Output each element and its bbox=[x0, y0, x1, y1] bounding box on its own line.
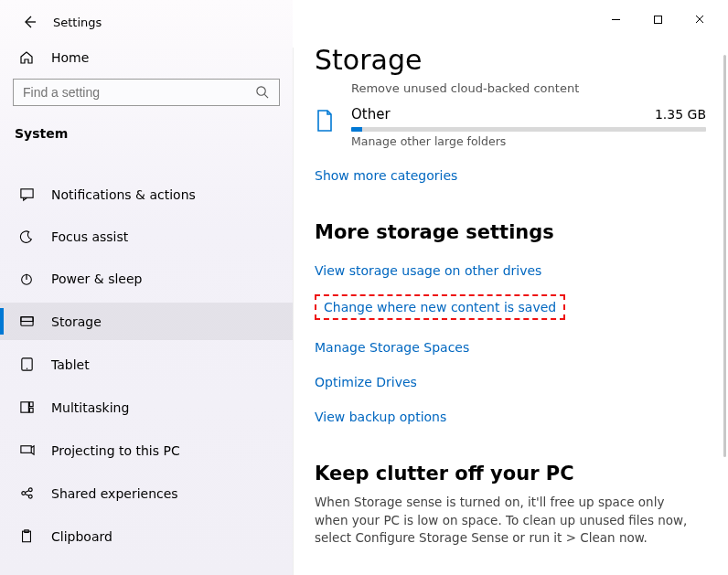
svg-rect-9 bbox=[29, 408, 33, 412]
link-storage-usage[interactable]: View storage usage on other drives bbox=[315, 263, 706, 278]
other-size: 1.35 GB bbox=[655, 107, 706, 122]
search-icon bbox=[255, 85, 270, 100]
message-icon bbox=[18, 186, 35, 202]
svg-point-6 bbox=[26, 367, 27, 369]
nav-shared-experiences[interactable]: Shared experiences bbox=[0, 474, 293, 512]
nav-label: Storage bbox=[51, 314, 102, 329]
cloud-content-desc: Remove unused cloud-backed content bbox=[351, 81, 706, 95]
search-box[interactable] bbox=[13, 79, 280, 106]
nav-clipboard[interactable]: Clipboard bbox=[0, 517, 293, 555]
svg-point-0 bbox=[257, 87, 265, 95]
link-change-save-location[interactable]: Change where new content is saved bbox=[324, 300, 556, 314]
folder-icon bbox=[315, 108, 335, 133]
search-input[interactable] bbox=[23, 85, 255, 100]
nav-label: Clipboard bbox=[51, 529, 112, 544]
svg-rect-1 bbox=[20, 189, 32, 197]
annotation-highlight: Change where new content is saved bbox=[315, 294, 565, 320]
nav-storage[interactable]: Storage bbox=[0, 303, 293, 340]
nav-label: Tablet bbox=[51, 357, 90, 372]
nav-group-system: System bbox=[0, 113, 293, 148]
maximize-button[interactable] bbox=[637, 5, 679, 33]
home-icon bbox=[18, 49, 35, 66]
show-more-categories-link[interactable]: Show more categories bbox=[315, 168, 457, 183]
svg-rect-8 bbox=[29, 402, 33, 407]
minimize-button[interactable] bbox=[594, 5, 637, 33]
tablet-icon bbox=[18, 357, 35, 372]
nav-label: Shared experiences bbox=[51, 486, 178, 501]
svg-point-12 bbox=[28, 488, 32, 492]
svg-rect-4 bbox=[20, 317, 32, 322]
storage-icon bbox=[18, 314, 35, 329]
sidebar: Settings Home System Notifications & act… bbox=[0, 0, 293, 575]
more-storage-heading: More storage settings bbox=[315, 221, 706, 243]
scrollbar[interactable] bbox=[723, 55, 726, 457]
clutter-heading: Keep clutter off your PC bbox=[315, 463, 706, 484]
nav-label: Power & sleep bbox=[51, 272, 142, 286]
main-panel: Storage Remove unused cloud-backed conte… bbox=[293, 0, 728, 575]
svg-rect-10 bbox=[20, 446, 30, 453]
usage-bar bbox=[351, 127, 706, 132]
nav-focus-assist[interactable]: Focus assist bbox=[0, 218, 293, 255]
nav-power-sleep[interactable]: Power & sleep bbox=[0, 261, 293, 297]
nav-tablet[interactable]: Tablet bbox=[0, 346, 293, 383]
other-label: Other bbox=[351, 106, 391, 122]
nav-multitasking[interactable]: Multitasking bbox=[0, 389, 293, 426]
share-icon bbox=[18, 485, 35, 501]
svg-rect-16 bbox=[654, 16, 661, 23]
link-backup-options[interactable]: View backup options bbox=[315, 410, 706, 424]
nav-notifications[interactable]: Notifications & actions bbox=[0, 176, 293, 213]
home-label: Home bbox=[51, 50, 89, 65]
link-optimize-drives[interactable]: Optimize Drives bbox=[315, 375, 706, 389]
close-button[interactable] bbox=[679, 5, 721, 33]
svg-point-11 bbox=[21, 492, 25, 495]
svg-rect-7 bbox=[20, 402, 28, 412]
other-desc: Manage other large folders bbox=[351, 134, 706, 148]
nav-projecting[interactable]: Projecting to this PC bbox=[0, 431, 293, 469]
clutter-body: When Storage sense is turned on, it'll f… bbox=[315, 494, 699, 548]
clipboard-icon bbox=[18, 528, 35, 544]
back-button[interactable] bbox=[22, 15, 37, 29]
window-title: Settings bbox=[53, 16, 102, 29]
nav-label: Projecting to this PC bbox=[51, 443, 180, 458]
svg-point-13 bbox=[28, 495, 32, 498]
page-title: Storage bbox=[315, 44, 706, 76]
storage-category-other[interactable]: Other 1.35 GB Manage other large folders bbox=[315, 106, 706, 148]
power-icon bbox=[18, 272, 35, 286]
nav-label: Notifications & actions bbox=[51, 187, 196, 202]
multitasking-icon bbox=[18, 399, 35, 415]
moon-icon bbox=[18, 229, 35, 244]
link-storage-spaces[interactable]: Manage Storage Spaces bbox=[315, 340, 706, 355]
projecting-icon bbox=[18, 442, 35, 458]
home-nav[interactable]: Home bbox=[0, 40, 293, 75]
nav-label: Focus assist bbox=[51, 229, 128, 244]
nav-label: Multitasking bbox=[51, 400, 129, 415]
